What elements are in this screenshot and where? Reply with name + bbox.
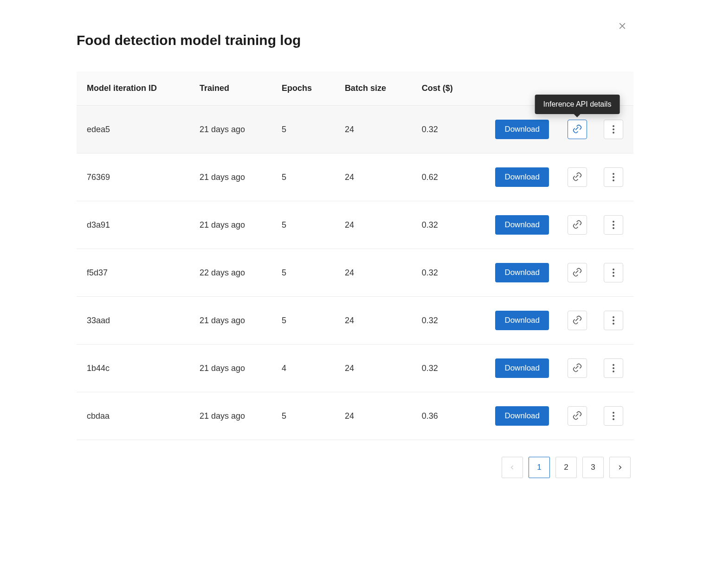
plug-icon <box>573 315 582 326</box>
page-2-button[interactable]: 2 <box>555 457 577 478</box>
chevron-left-icon <box>509 464 516 471</box>
plug-icon <box>573 124 582 135</box>
cell-batch: 24 <box>335 297 412 345</box>
table-row: 33aad21 days ago5240.32Download <box>77 297 633 345</box>
training-log-table: Model iteration ID Trained Epochs Batch … <box>77 71 633 440</box>
cell-cost: 0.36 <box>412 392 476 440</box>
page-prev-button[interactable] <box>502 457 523 478</box>
table-row: edea521 days ago5240.32DownloadInference… <box>77 106 633 153</box>
cell-id: f5d37 <box>77 249 189 297</box>
cell-batch: 24 <box>335 345 412 392</box>
plug-icon <box>573 411 582 422</box>
cell-actions: Download <box>476 153 633 201</box>
cell-id: cbdaa <box>77 392 189 440</box>
more-actions-button[interactable] <box>604 120 623 139</box>
cell-trained: 21 days ago <box>189 201 271 249</box>
cell-epochs: 5 <box>271 297 335 345</box>
download-button[interactable]: Download <box>495 215 549 235</box>
more-actions-button[interactable] <box>604 311 623 330</box>
dots-vertical-icon <box>613 221 614 229</box>
page-1-button[interactable]: 1 <box>529 457 550 478</box>
more-actions-button[interactable] <box>604 263 623 282</box>
cell-actions: Download <box>476 201 633 249</box>
cell-epochs: 4 <box>271 345 335 392</box>
chevron-right-icon <box>617 464 623 471</box>
cell-trained: 21 days ago <box>189 106 271 153</box>
cell-cost: 0.62 <box>412 153 476 201</box>
download-button[interactable]: Download <box>495 167 549 187</box>
cell-actions: Download <box>476 249 633 297</box>
col-cost: Cost ($) <box>412 71 476 106</box>
cell-actions: Download <box>476 297 633 345</box>
cell-cost: 0.32 <box>412 201 476 249</box>
cell-batch: 24 <box>335 201 412 249</box>
pagination: 1 2 3 <box>77 457 633 478</box>
cell-id: edea5 <box>77 106 189 153</box>
dots-vertical-icon <box>613 364 614 372</box>
cell-epochs: 5 <box>271 153 335 201</box>
table-row: d3a9121 days ago5240.32Download <box>77 201 633 249</box>
dots-vertical-icon <box>613 173 614 181</box>
cell-trained: 21 days ago <box>189 392 271 440</box>
dots-vertical-icon <box>613 316 614 325</box>
inference-api-button[interactable] <box>568 120 587 139</box>
plug-icon <box>573 172 582 183</box>
cell-trained: 21 days ago <box>189 297 271 345</box>
download-button[interactable]: Download <box>495 311 549 330</box>
cell-batch: 24 <box>335 249 412 297</box>
close-icon <box>618 21 627 31</box>
inference-api-button[interactable] <box>568 215 587 235</box>
cell-cost: 0.32 <box>412 106 476 153</box>
cell-cost: 0.32 <box>412 249 476 297</box>
inference-api-button[interactable] <box>568 167 587 187</box>
training-log-modal: Food detection model training log Model … <box>77 9 633 506</box>
cell-actions: Download <box>476 345 633 392</box>
cell-id: 76369 <box>77 153 189 201</box>
page-next-button[interactable] <box>609 457 631 478</box>
download-button[interactable]: Download <box>495 120 549 139</box>
dots-vertical-icon <box>613 268 614 277</box>
cell-id: d3a91 <box>77 201 189 249</box>
download-button[interactable]: Download <box>495 358 549 378</box>
cell-cost: 0.32 <box>412 345 476 392</box>
inference-api-button[interactable] <box>568 406 587 426</box>
col-epochs: Epochs <box>271 71 335 106</box>
table-row: cbdaa21 days ago5240.36Download <box>77 392 633 440</box>
cell-trained: 22 days ago <box>189 249 271 297</box>
cell-actions: Download <box>476 392 633 440</box>
cell-batch: 24 <box>335 106 412 153</box>
dots-vertical-icon <box>613 412 614 420</box>
cell-batch: 24 <box>335 153 412 201</box>
inference-api-button[interactable] <box>568 358 587 378</box>
download-button[interactable]: Download <box>495 263 549 282</box>
cell-epochs: 5 <box>271 392 335 440</box>
more-actions-button[interactable] <box>604 167 623 187</box>
table-row: 1b44c21 days ago4240.32Download <box>77 345 633 392</box>
col-batch-size: Batch size <box>335 71 412 106</box>
table-row: 7636921 days ago5240.62Download <box>77 153 633 201</box>
table-row: f5d3722 days ago5240.32Download <box>77 249 633 297</box>
more-actions-button[interactable] <box>604 215 623 235</box>
cell-id: 33aad <box>77 297 189 345</box>
close-button[interactable] <box>614 18 631 34</box>
cell-trained: 21 days ago <box>189 345 271 392</box>
download-button[interactable]: Download <box>495 406 549 426</box>
more-actions-button[interactable] <box>604 406 623 426</box>
more-actions-button[interactable] <box>604 358 623 378</box>
page-3-button[interactable]: 3 <box>582 457 604 478</box>
plug-icon <box>573 220 582 230</box>
inference-api-button[interactable] <box>568 263 587 282</box>
plug-icon <box>573 268 582 278</box>
cell-id: 1b44c <box>77 345 189 392</box>
dots-vertical-icon <box>613 125 614 134</box>
inference-api-button[interactable] <box>568 311 587 330</box>
cell-actions: DownloadInference API details <box>476 106 633 153</box>
plug-icon <box>573 363 582 374</box>
cell-cost: 0.32 <box>412 297 476 345</box>
cell-batch: 24 <box>335 392 412 440</box>
tooltip-inference-api: Inference API details <box>535 95 620 114</box>
col-trained: Trained <box>189 71 271 106</box>
cell-epochs: 5 <box>271 201 335 249</box>
cell-trained: 21 days ago <box>189 153 271 201</box>
cell-epochs: 5 <box>271 249 335 297</box>
